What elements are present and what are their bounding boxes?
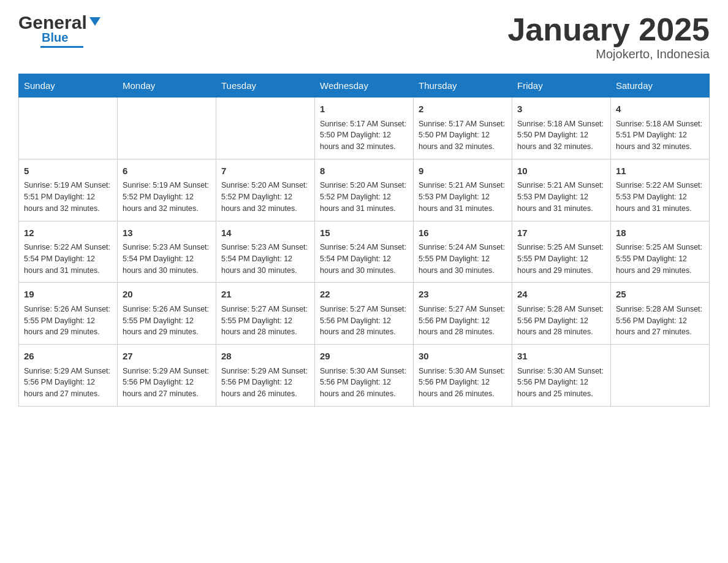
calendar-week-row: 19Sunrise: 5:26 AM Sunset: 5:55 PM Dayli… — [19, 283, 710, 345]
day-info: Sunrise: 5:29 AM Sunset: 5:56 PM Dayligh… — [221, 366, 309, 400]
day-info: Sunrise: 5:26 AM Sunset: 5:55 PM Dayligh… — [24, 304, 112, 338]
day-number: 16 — [419, 226, 507, 240]
calendar-day-cell: 4Sunrise: 5:18 AM Sunset: 5:51 PM Daylig… — [611, 98, 710, 159]
calendar-week-row: 26Sunrise: 5:29 AM Sunset: 5:56 PM Dayli… — [19, 345, 710, 407]
calendar-day-cell: 24Sunrise: 5:28 AM Sunset: 5:56 PM Dayli… — [512, 283, 611, 345]
day-number: 24 — [517, 288, 605, 302]
calendar-day-cell: 29Sunrise: 5:30 AM Sunset: 5:56 PM Dayli… — [315, 345, 414, 407]
calendar-day-header: Tuesday — [216, 74, 315, 98]
calendar-day-cell: 27Sunrise: 5:29 AM Sunset: 5:56 PM Dayli… — [118, 345, 216, 407]
day-info: Sunrise: 5:22 AM Sunset: 5:54 PM Dayligh… — [24, 242, 112, 276]
day-number: 2 — [419, 102, 507, 117]
day-info: Sunrise: 5:22 AM Sunset: 5:53 PM Dayligh… — [616, 180, 704, 214]
day-info: Sunrise: 5:21 AM Sunset: 5:53 PM Dayligh… — [517, 180, 605, 214]
calendar-day-cell: 16Sunrise: 5:24 AM Sunset: 5:55 PM Dayli… — [414, 221, 512, 283]
day-info: Sunrise: 5:27 AM Sunset: 5:55 PM Dayligh… — [221, 304, 309, 338]
calendar-day-cell: 22Sunrise: 5:27 AM Sunset: 5:56 PM Dayli… — [315, 283, 414, 345]
day-number: 17 — [517, 226, 605, 240]
day-info: Sunrise: 5:29 AM Sunset: 5:56 PM Dayligh… — [123, 366, 211, 400]
calendar-day-cell: 25Sunrise: 5:28 AM Sunset: 5:56 PM Dayli… — [611, 283, 710, 345]
day-info: Sunrise: 5:26 AM Sunset: 5:55 PM Dayligh… — [123, 304, 211, 338]
day-info: Sunrise: 5:19 AM Sunset: 5:52 PM Dayligh… — [123, 180, 211, 214]
logo: General Blue — [18, 12, 102, 48]
calendar-day-cell: 14Sunrise: 5:23 AM Sunset: 5:54 PM Dayli… — [216, 221, 315, 283]
day-number: 4 — [616, 102, 704, 117]
calendar-day-cell: 10Sunrise: 5:21 AM Sunset: 5:53 PM Dayli… — [512, 159, 611, 221]
calendar-day-cell — [216, 98, 315, 159]
day-number: 30 — [419, 350, 507, 364]
calendar-day-cell: 2Sunrise: 5:17 AM Sunset: 5:50 PM Daylig… — [414, 98, 512, 159]
day-number: 20 — [123, 288, 211, 302]
day-info: Sunrise: 5:25 AM Sunset: 5:55 PM Dayligh… — [517, 242, 605, 276]
calendar-day-cell: 19Sunrise: 5:26 AM Sunset: 5:55 PM Dayli… — [19, 283, 118, 345]
day-number: 25 — [616, 288, 704, 302]
page-header: General Blue January 2025 Mojokerto, Ind… — [18, 12, 710, 61]
day-info: Sunrise: 5:19 AM Sunset: 5:51 PM Dayligh… — [24, 180, 112, 214]
calendar-day-header: Sunday — [19, 74, 118, 98]
day-number: 1 — [320, 102, 408, 117]
day-info: Sunrise: 5:23 AM Sunset: 5:54 PM Dayligh… — [123, 242, 211, 276]
day-info: Sunrise: 5:27 AM Sunset: 5:56 PM Dayligh… — [419, 304, 507, 338]
day-number: 3 — [517, 102, 605, 117]
calendar-day-cell: 31Sunrise: 5:30 AM Sunset: 5:56 PM Dayli… — [512, 345, 611, 407]
day-number: 27 — [123, 350, 211, 364]
calendar-day-cell: 21Sunrise: 5:27 AM Sunset: 5:55 PM Dayli… — [216, 283, 315, 345]
day-info: Sunrise: 5:28 AM Sunset: 5:56 PM Dayligh… — [517, 304, 605, 338]
day-info: Sunrise: 5:29 AM Sunset: 5:56 PM Dayligh… — [24, 366, 112, 400]
day-number: 14 — [221, 226, 309, 240]
calendar-day-cell: 11Sunrise: 5:22 AM Sunset: 5:53 PM Dayli… — [611, 159, 710, 221]
svg-marker-0 — [89, 17, 100, 26]
calendar-header-row: SundayMondayTuesdayWednesdayThursdayFrid… — [19, 74, 710, 98]
day-number: 18 — [616, 226, 704, 240]
calendar-day-header: Thursday — [414, 74, 512, 98]
calendar-week-row: 1Sunrise: 5:17 AM Sunset: 5:50 PM Daylig… — [19, 98, 710, 159]
calendar-day-cell: 23Sunrise: 5:27 AM Sunset: 5:56 PM Dayli… — [414, 283, 512, 345]
calendar-day-cell: 20Sunrise: 5:26 AM Sunset: 5:55 PM Dayli… — [118, 283, 216, 345]
calendar-day-cell: 18Sunrise: 5:25 AM Sunset: 5:55 PM Dayli… — [611, 221, 710, 283]
calendar-day-cell: 7Sunrise: 5:20 AM Sunset: 5:52 PM Daylig… — [216, 159, 315, 221]
calendar-day-cell: 30Sunrise: 5:30 AM Sunset: 5:56 PM Dayli… — [414, 345, 512, 407]
calendar-day-cell: 17Sunrise: 5:25 AM Sunset: 5:55 PM Dayli… — [512, 221, 611, 283]
day-number: 7 — [221, 164, 309, 178]
day-number: 15 — [320, 226, 408, 240]
calendar-day-header: Monday — [118, 74, 216, 98]
day-number: 28 — [221, 350, 309, 364]
calendar-day-cell: 28Sunrise: 5:29 AM Sunset: 5:56 PM Dayli… — [216, 345, 315, 407]
logo-arrow-icon — [88, 15, 102, 31]
day-number: 23 — [419, 288, 507, 302]
day-info: Sunrise: 5:20 AM Sunset: 5:52 PM Dayligh… — [221, 180, 309, 214]
day-info: Sunrise: 5:20 AM Sunset: 5:52 PM Dayligh… — [320, 180, 408, 214]
day-info: Sunrise: 5:18 AM Sunset: 5:51 PM Dayligh… — [616, 118, 704, 153]
calendar-day-header: Friday — [512, 74, 611, 98]
day-info: Sunrise: 5:30 AM Sunset: 5:56 PM Dayligh… — [517, 366, 605, 400]
day-number: 9 — [419, 164, 507, 178]
day-info: Sunrise: 5:17 AM Sunset: 5:50 PM Dayligh… — [419, 118, 507, 153]
calendar-day-cell: 8Sunrise: 5:20 AM Sunset: 5:52 PM Daylig… — [315, 159, 414, 221]
day-number: 11 — [616, 164, 704, 178]
logo-general-text: General — [18, 12, 87, 33]
calendar-day-cell: 13Sunrise: 5:23 AM Sunset: 5:54 PM Dayli… — [118, 221, 216, 283]
day-info: Sunrise: 5:24 AM Sunset: 5:54 PM Dayligh… — [320, 242, 408, 276]
day-info: Sunrise: 5:17 AM Sunset: 5:50 PM Dayligh… — [320, 118, 408, 153]
day-info: Sunrise: 5:28 AM Sunset: 5:56 PM Dayligh… — [616, 304, 704, 338]
day-info: Sunrise: 5:21 AM Sunset: 5:53 PM Dayligh… — [419, 180, 507, 214]
day-number: 12 — [24, 226, 112, 240]
calendar-day-cell: 9Sunrise: 5:21 AM Sunset: 5:53 PM Daylig… — [414, 159, 512, 221]
calendar-table: SundayMondayTuesdayWednesdayThursdayFrid… — [18, 74, 710, 407]
calendar-day-header: Wednesday — [315, 74, 414, 98]
month-title: January 2025 — [507, 12, 710, 47]
calendar-day-cell — [611, 345, 710, 407]
day-info: Sunrise: 5:23 AM Sunset: 5:54 PM Dayligh… — [221, 242, 309, 276]
calendar-day-cell: 3Sunrise: 5:18 AM Sunset: 5:50 PM Daylig… — [512, 98, 611, 159]
calendar-day-cell: 26Sunrise: 5:29 AM Sunset: 5:56 PM Dayli… — [19, 345, 118, 407]
location: Mojokerto, Indonesia — [507, 47, 710, 61]
calendar-day-cell: 6Sunrise: 5:19 AM Sunset: 5:52 PM Daylig… — [118, 159, 216, 221]
day-number: 13 — [123, 226, 211, 240]
day-number: 10 — [517, 164, 605, 178]
calendar-day-cell: 15Sunrise: 5:24 AM Sunset: 5:54 PM Dayli… — [315, 221, 414, 283]
day-number: 21 — [221, 288, 309, 302]
calendar-day-header: Saturday — [611, 74, 710, 98]
day-number: 5 — [24, 164, 112, 178]
day-info: Sunrise: 5:25 AM Sunset: 5:55 PM Dayligh… — [616, 242, 704, 276]
day-number: 26 — [24, 350, 112, 364]
